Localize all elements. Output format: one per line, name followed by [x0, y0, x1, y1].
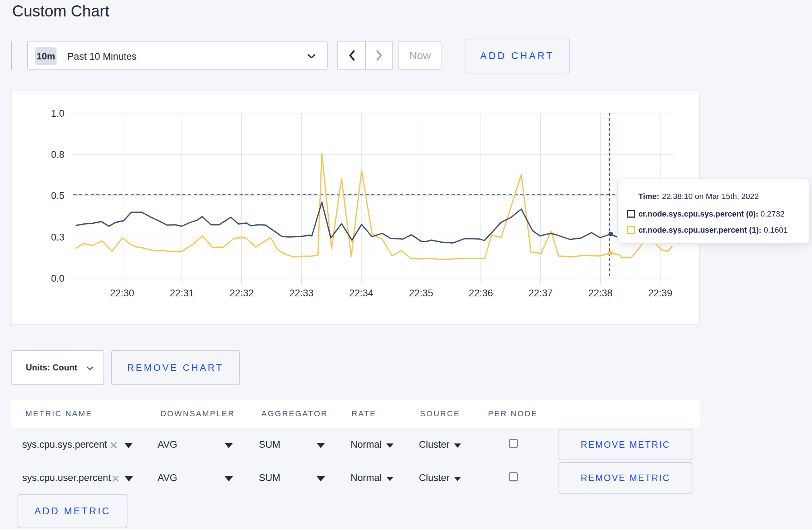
svg-text:22:39: 22:39	[648, 288, 672, 299]
svg-text:22:38: 22:38	[588, 288, 613, 299]
svg-text:0.8: 0.8	[51, 149, 64, 160]
svg-text:1.0: 1.0	[51, 108, 64, 119]
svg-text:22:31: 22:31	[170, 288, 194, 299]
svg-text:0.5: 0.5	[51, 190, 64, 201]
svg-text:22:36: 22:36	[469, 288, 493, 299]
svg-text:0.3: 0.3	[51, 232, 64, 243]
svg-text:0.0: 0.0	[51, 273, 64, 284]
svg-text:22:30: 22:30	[110, 288, 134, 299]
svg-text:22:32: 22:32	[229, 288, 254, 299]
svg-text:22:33: 22:33	[289, 288, 314, 299]
svg-text:22:37: 22:37	[528, 288, 553, 299]
svg-text:22:35: 22:35	[409, 288, 433, 299]
svg-text:22:34: 22:34	[349, 288, 373, 299]
